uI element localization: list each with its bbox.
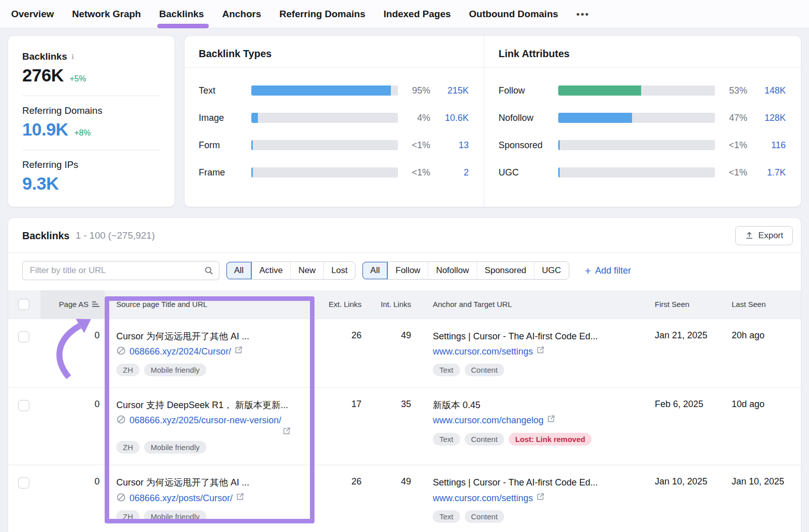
mobile-friendly-badge: Mobile friendly bbox=[144, 364, 206, 376]
external-link-icon[interactable] bbox=[236, 493, 244, 501]
link-type-badge: Text bbox=[433, 364, 460, 376]
attr-filter-sponsored[interactable]: Sponsored bbox=[477, 262, 534, 279]
tab-backlinks-active[interactable]: Backlinks bbox=[159, 0, 204, 28]
tab-indexed-pages[interactable]: Indexed Pages bbox=[384, 0, 451, 28]
target-url-link[interactable]: www.cursor.com/settings bbox=[433, 346, 533, 358]
mobile-friendly-badge: Mobile friendly bbox=[144, 441, 206, 454]
status-filter-active[interactable]: Active bbox=[252, 262, 291, 279]
export-icon bbox=[745, 231, 754, 240]
row-checkbox[interactable] bbox=[18, 477, 29, 489]
no-favicon-icon bbox=[116, 493, 126, 502]
more-tabs-button[interactable]: ••• bbox=[576, 9, 590, 20]
backlink-types-title: Backlink Types bbox=[185, 36, 484, 68]
count-link[interactable]: 148K bbox=[747, 85, 786, 96]
external-link-icon[interactable] bbox=[536, 346, 545, 354]
referring-domains-value[interactable]: 10.9K bbox=[22, 119, 68, 140]
first-seen-value: Jan 10, 2025 bbox=[647, 465, 724, 532]
attr-filter-nofollow[interactable]: Nofollow bbox=[428, 262, 477, 279]
attr-filter-all[interactable]: All bbox=[363, 262, 388, 279]
ext-links-value: 17 bbox=[351, 399, 362, 409]
int-links-value: 49 bbox=[401, 330, 411, 340]
source-url-link[interactable]: 068666.xyz/2024/Cursor/ bbox=[129, 346, 231, 358]
column-header-int-links[interactable]: Int. Links bbox=[362, 290, 416, 319]
last-seen-value: 10d ago bbox=[724, 388, 801, 465]
bar-track bbox=[558, 85, 715, 96]
bar-row-text: Text 95% 215K bbox=[199, 77, 469, 104]
link-attributes-panel: Link Attributes Follow 53% 148K Nofollow… bbox=[484, 36, 801, 207]
tab-referring-domains[interactable]: Referring Domains bbox=[280, 0, 366, 28]
count-link[interactable]: 116 bbox=[747, 140, 786, 151]
export-button[interactable]: Export bbox=[735, 226, 793, 245]
bar-row-ugc: UGC <1% 1.7K bbox=[499, 159, 786, 186]
attr-filter-follow[interactable]: Follow bbox=[388, 262, 428, 279]
first-seen-value: Jan 21, 2025 bbox=[647, 319, 724, 388]
table-row: 0 Cursor 为何远远甩开了其他 AI ... 068666.xyz/pos… bbox=[8, 465, 801, 532]
source-url-link[interactable]: 068666.xyz/posts/Cursor/ bbox=[129, 493, 233, 504]
count-link[interactable]: 1.7K bbox=[747, 167, 786, 178]
bar-row-sponsored: Sponsored <1% 116 bbox=[499, 131, 786, 159]
link-type-badge: Text bbox=[433, 433, 460, 446]
link-type-badge: Text bbox=[433, 510, 460, 523]
ext-links-value: 26 bbox=[351, 476, 362, 486]
status-filter-lost[interactable]: Lost bbox=[324, 262, 355, 279]
last-seen-value: Jan 10, 2025 bbox=[724, 465, 801, 532]
column-header-page-as[interactable]: Page AS bbox=[40, 290, 105, 319]
search-icon[interactable] bbox=[204, 265, 214, 276]
target-url-link[interactable]: www.cursor.com/settings bbox=[433, 493, 533, 504]
external-link-icon[interactable] bbox=[235, 346, 243, 354]
status-filter-new[interactable]: New bbox=[291, 262, 324, 279]
count-link[interactable]: 10.6K bbox=[430, 113, 469, 123]
attr-filter-ugc[interactable]: UGC bbox=[534, 262, 569, 279]
tab-overview[interactable]: Overview bbox=[11, 0, 54, 28]
last-seen-value: 20h ago bbox=[724, 319, 801, 388]
count-link[interactable]: 2 bbox=[430, 167, 469, 178]
tab-outbound-domains[interactable]: Outbound Domains bbox=[469, 0, 558, 28]
bar-track bbox=[251, 113, 398, 123]
ext-links-value: 26 bbox=[351, 330, 362, 340]
sort-descending-icon[interactable] bbox=[92, 301, 100, 307]
source-page-title: Cursor 为何远远甩开了其他 AI ... bbox=[116, 330, 301, 342]
row-checkbox[interactable] bbox=[18, 331, 29, 342]
column-header-ext-links[interactable]: Ext. Links bbox=[314, 290, 362, 319]
count-link[interactable]: 215K bbox=[430, 85, 469, 96]
status-filter-all[interactable]: All bbox=[227, 262, 252, 279]
plus-icon: + bbox=[585, 265, 591, 276]
bar-row-nofollow: Nofollow 47% 128K bbox=[499, 104, 786, 131]
bar-row-image: Image 4% 10.6K bbox=[199, 104, 469, 131]
add-filter-button[interactable]: + Add filter bbox=[585, 265, 631, 276]
source-page-title: Cursor 支持 DeepSeek R1， 新版本更新... bbox=[116, 399, 301, 411]
status-filter-group: All Active New Lost bbox=[226, 261, 355, 280]
column-header-first-seen[interactable]: First Seen bbox=[647, 290, 724, 319]
anchor-text: Settings | Cursor - The AI-first Code Ed… bbox=[433, 476, 637, 489]
page-as-value: 0 bbox=[95, 330, 100, 340]
language-badge: ZH bbox=[116, 510, 140, 523]
referring-ips-value[interactable]: 9.3K bbox=[22, 173, 59, 194]
target-url-link[interactable]: www.cursor.com/changelog bbox=[433, 415, 544, 426]
external-link-icon[interactable] bbox=[536, 493, 545, 501]
bar-fill bbox=[558, 140, 560, 150]
bar-track bbox=[251, 85, 398, 96]
backlinks-section-title: Backlinks bbox=[22, 230, 69, 242]
column-header-last-seen[interactable]: Last Seen bbox=[724, 290, 801, 319]
table-header-row: Page AS Source page Title and URL Ext. L… bbox=[8, 290, 801, 319]
tab-anchors[interactable]: Anchors bbox=[222, 0, 261, 28]
bar-fill bbox=[251, 85, 391, 96]
source-url-link[interactable]: 068666.xyz/2025/cursor-new-version/ bbox=[129, 415, 281, 426]
anchor-text: Settings | Cursor - The AI-first Code Ed… bbox=[433, 330, 637, 342]
filter-input[interactable] bbox=[30, 265, 204, 276]
column-header-anchor[interactable]: Anchor and Target URL bbox=[416, 290, 647, 319]
link-attributes-title: Link Attributes bbox=[484, 36, 801, 68]
column-header-source[interactable]: Source page Title and URL bbox=[105, 290, 314, 319]
row-checkbox[interactable] bbox=[18, 400, 29, 411]
count-link[interactable]: 128K bbox=[747, 113, 786, 123]
external-link-icon[interactable] bbox=[283, 427, 291, 435]
referring-domains-delta: +8% bbox=[74, 128, 91, 138]
source-page-title: Cursor 为何远远甩开了其他 AI ... bbox=[116, 476, 301, 489]
bar-track bbox=[251, 140, 398, 150]
language-badge: ZH bbox=[116, 441, 140, 454]
info-icon[interactable]: i bbox=[72, 53, 74, 61]
tab-network-graph[interactable]: Network Graph bbox=[72, 0, 141, 28]
select-all-checkbox[interactable] bbox=[18, 299, 29, 310]
external-link-icon[interactable] bbox=[547, 415, 555, 423]
count-link[interactable]: 13 bbox=[430, 140, 469, 151]
